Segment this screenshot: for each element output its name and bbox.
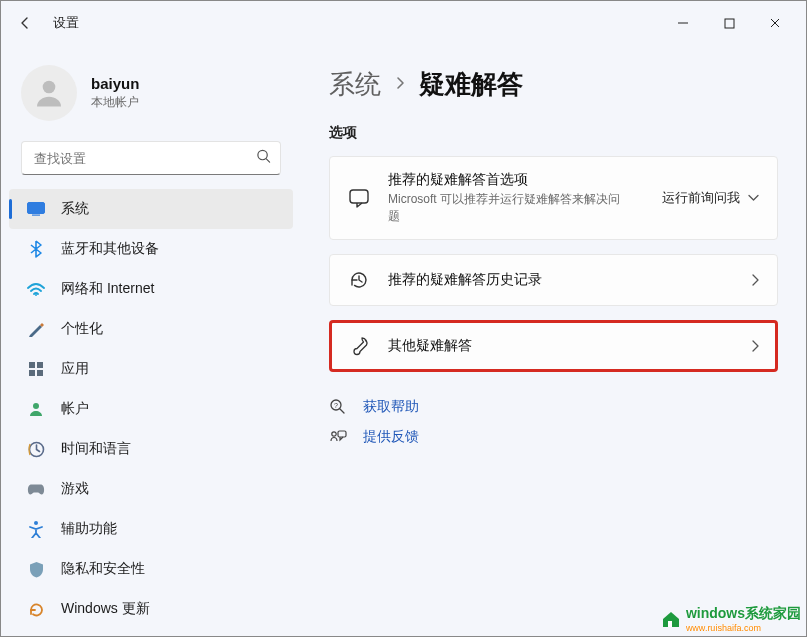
minimize-icon [677, 17, 689, 29]
sidebar-item-windows-update[interactable]: Windows 更新 [9, 589, 293, 629]
svg-point-10 [33, 403, 39, 409]
account-icon [27, 400, 45, 418]
gaming-icon [27, 480, 45, 498]
time-icon [27, 440, 45, 458]
search-wrap [21, 141, 281, 175]
card-title: 推荐的疑难解答首选项 [388, 171, 644, 189]
svg-point-1 [43, 81, 56, 94]
user-block[interactable]: baiyun 本地帐户 [1, 53, 301, 141]
card-subtitle: Microsoft 可以推荐并运行疑难解答来解决问题 [388, 191, 628, 225]
help-icon: ? [329, 398, 347, 416]
privacy-icon [27, 560, 45, 578]
breadcrumb: 系统 疑难解答 [329, 67, 778, 102]
svg-text:?: ? [334, 402, 338, 409]
system-icon [27, 200, 45, 218]
sidebar-item-label: 时间和语言 [61, 440, 131, 458]
svg-rect-0 [725, 19, 734, 28]
history-icon [348, 269, 370, 291]
sidebar-item-label: 蓝牙和其他设备 [61, 240, 159, 258]
svg-point-5 [35, 294, 37, 296]
sidebar-item-accessibility[interactable]: 辅助功能 [9, 509, 293, 549]
breadcrumb-root[interactable]: 系统 [329, 67, 381, 102]
chat-icon [348, 187, 370, 209]
content: 系统 疑难解答 选项 推荐的疑难解答首选项 Microsoft 可以推荐并运行疑… [301, 45, 806, 636]
sidebar-item-label: 游戏 [61, 480, 89, 498]
get-help-link[interactable]: ? 获取帮助 [329, 398, 778, 416]
maximize-icon [724, 18, 735, 29]
svg-rect-17 [338, 431, 346, 437]
link-label: 获取帮助 [363, 398, 419, 416]
apps-icon [27, 360, 45, 378]
house-icon [660, 609, 682, 629]
svg-rect-18 [668, 621, 672, 627]
card-text: 其他疑难解答 [388, 337, 733, 355]
sidebar-item-label: 帐户 [61, 400, 89, 418]
update-icon [27, 600, 45, 618]
sidebar: baiyun 本地帐户 系统 蓝牙和其他设备 [1, 45, 301, 636]
chevron-right-icon [395, 76, 405, 94]
search-input[interactable] [21, 141, 281, 175]
accessibility-icon [27, 520, 45, 538]
minimize-button[interactable] [660, 7, 706, 39]
svg-rect-4 [32, 215, 40, 216]
svg-point-16 [332, 431, 336, 435]
sidebar-item-label: 隐私和安全性 [61, 560, 145, 578]
svg-rect-7 [37, 362, 43, 368]
sidebar-item-bluetooth[interactable]: 蓝牙和其他设备 [9, 229, 293, 269]
breadcrumb-current: 疑难解答 [419, 67, 523, 102]
svg-rect-9 [37, 370, 43, 376]
user-subtitle: 本地帐户 [91, 94, 139, 111]
sidebar-item-accounts[interactable]: 帐户 [9, 389, 293, 429]
section-label: 选项 [329, 124, 778, 142]
sidebar-item-apps[interactable]: 应用 [9, 349, 293, 389]
user-name: baiyun [91, 75, 139, 92]
body: baiyun 本地帐户 系统 蓝牙和其他设备 [1, 45, 806, 636]
sidebar-item-label: 辅助功能 [61, 520, 117, 538]
card-other-troubleshooters[interactable]: 其他疑难解答 [329, 320, 778, 372]
watermark: windows系统家园 www.ruishaifa.com [660, 605, 801, 633]
sidebar-item-label: Windows 更新 [61, 600, 150, 618]
nav: 系统 蓝牙和其他设备 网络和 Internet 个性化 应用 [1, 189, 301, 629]
titlebar: 设置 [1, 1, 806, 45]
watermark-brand: windows系统家园 [686, 605, 801, 621]
user-icon [31, 75, 67, 111]
sidebar-item-system[interactable]: 系统 [9, 189, 293, 229]
close-button[interactable] [752, 7, 798, 39]
feedback-icon [329, 429, 347, 445]
svg-rect-3 [28, 203, 45, 214]
svg-rect-8 [29, 370, 35, 376]
sidebar-item-gaming[interactable]: 游戏 [9, 469, 293, 509]
network-icon [27, 280, 45, 298]
maximize-button[interactable] [706, 7, 752, 39]
back-button[interactable] [9, 7, 41, 39]
sidebar-item-label: 个性化 [61, 320, 103, 338]
user-text: baiyun 本地帐户 [91, 75, 139, 111]
preference-select[interactable]: 运行前询问我 [662, 189, 759, 207]
card-text: 推荐的疑难解答历史记录 [388, 271, 733, 289]
sidebar-item-personalization[interactable]: 个性化 [9, 309, 293, 349]
card-text: 推荐的疑难解答首选项 Microsoft 可以推荐并运行疑难解答来解决问题 [388, 171, 644, 225]
avatar [21, 65, 77, 121]
bluetooth-icon [27, 240, 45, 258]
chevron-right-icon [751, 274, 759, 286]
sidebar-item-network[interactable]: 网络和 Internet [9, 269, 293, 309]
sidebar-item-privacy[interactable]: 隐私和安全性 [9, 549, 293, 589]
card-title: 其他疑难解答 [388, 337, 733, 355]
link-label: 提供反馈 [363, 428, 419, 446]
select-label: 运行前询问我 [662, 189, 740, 207]
give-feedback-link[interactable]: 提供反馈 [329, 428, 778, 446]
card-recommended-history[interactable]: 推荐的疑难解答历史记录 [329, 254, 778, 306]
svg-rect-13 [350, 190, 368, 203]
wrench-icon [348, 335, 370, 357]
card-title: 推荐的疑难解答历史记录 [388, 271, 733, 289]
footer-links: ? 获取帮助 提供反馈 [329, 398, 778, 446]
window-controls [660, 7, 798, 39]
sidebar-item-label: 网络和 Internet [61, 280, 154, 298]
window-title: 设置 [53, 15, 79, 32]
sidebar-item-time-language[interactable]: 时间和语言 [9, 429, 293, 469]
svg-rect-6 [29, 362, 35, 368]
settings-window: 设置 baiyun 本地帐户 [0, 0, 807, 637]
arrow-left-icon [17, 15, 33, 31]
close-icon [769, 17, 781, 29]
card-recommended-preferences: 推荐的疑难解答首选项 Microsoft 可以推荐并运行疑难解答来解决问题 运行… [329, 156, 778, 240]
